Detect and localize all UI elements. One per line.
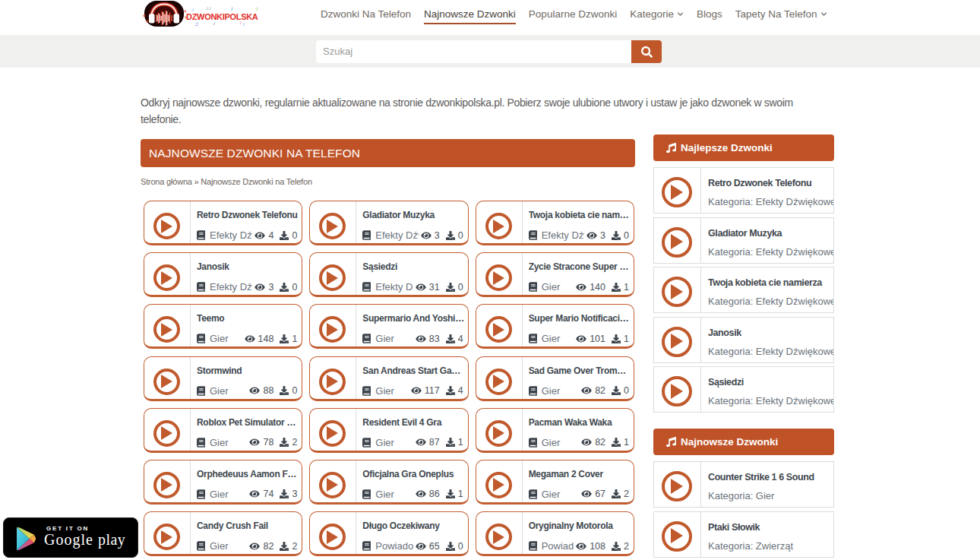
svg-text:✳: ✳: [145, 19, 149, 24]
svg-text:♫: ♫: [194, 21, 199, 27]
svg-text:♪: ♪: [255, 5, 258, 12]
svg-text:♪: ♪: [239, 20, 242, 25]
svg-text:♪: ♪: [230, 5, 234, 12]
svg-text:♪: ♪: [213, 21, 216, 26]
svg-text:✳: ✳: [142, 14, 146, 18]
svg-text:♪: ♪: [242, 21, 245, 27]
svg-text:♪: ♪: [191, 6, 194, 13]
svg-text:♪♪: ♪♪: [206, 5, 211, 11]
